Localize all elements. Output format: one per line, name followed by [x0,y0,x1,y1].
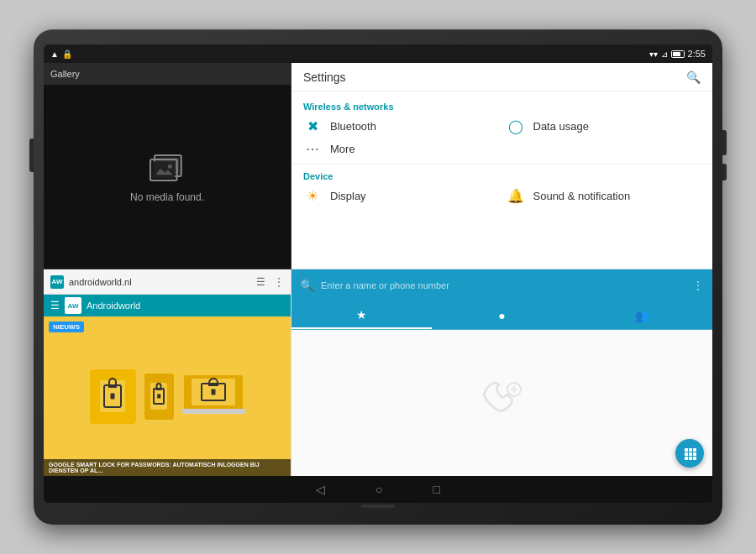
lock-icon: 🔒 [62,50,72,59]
no-media-text: No media found. [130,191,204,203]
bluetooth-icon: ✖ [303,118,322,134]
left-side-button [29,138,34,172]
people-icon: 👥 [635,309,649,322]
more-item[interactable]: ⋯ More [303,141,701,157]
device-tablet [90,369,136,424]
screen-content: Gallery [44,63,712,476]
settings-search-icon[interactable]: 🔍 [686,71,701,84]
svg-rect-13 [693,452,696,456]
device-laptop [182,375,245,417]
settings-panel[interactable]: Settings 🔍 Wireless & networks ✖ Bluetoo… [291,63,712,269]
device-section-header: Device [291,168,712,185]
nav-bar: ◁ ○ □ [44,476,712,503]
gallery-title-bar: Gallery [44,63,291,85]
contacts-search-icon: 🔍 [300,279,314,292]
status-bar-right: ▾▾ ⊿ 2:55 [649,49,706,59]
svg-rect-15 [689,457,692,460]
browser-nav-bar: ☰ AW Androidworld [44,295,291,316]
more-row[interactable]: ⋯ More [291,138,712,160]
data-usage-item[interactable]: ◯ Data usage [507,118,701,134]
status-bar: ▲ 🔒 ▾▾ ⊿ 2:55 [44,44,712,63]
fab-button[interactable] [675,439,704,468]
browser-content: NIEUWS [44,316,291,476]
more-label: More [330,143,355,155]
recents-button[interactable]: □ [433,483,440,496]
sound-item[interactable]: 🔔 Sound & notification [507,188,701,204]
display-label: Display [330,190,366,202]
laptop-base [182,409,245,414]
power-button[interactable] [722,164,727,180]
contacts-body [291,330,712,476]
home-hardware-button [361,504,395,508]
contacts-search-placeholder[interactable]: Enter a name or phone number [321,280,449,290]
laptop-screen [192,379,235,405]
status-bar-left: ▲ 🔒 [50,50,72,59]
device-items-row: ☀ Display 🔔 Sound & notification [291,185,712,207]
browser-site-name: Androidworld [87,301,140,311]
sound-label: Sound & notification [533,190,631,202]
browser-hamburger-icon[interactable]: ☰ [50,300,60,311]
back-button[interactable]: ◁ [316,483,325,496]
triangle-icon: ▲ [50,50,59,59]
browser-favicon: AW [50,275,64,289]
browser-devices [44,316,291,476]
data-usage-label: Data usage [533,120,590,133]
signal-icon: ⊿ [661,50,668,59]
wireless-items-row: ✖ Bluetooth ◯ Data usage [291,115,712,138]
bluetooth-item[interactable]: ✖ Bluetooth [303,118,498,134]
svg-point-4 [168,164,172,168]
browser-tabs-icon[interactable]: ☰ [256,276,265,288]
data-usage-icon: ◯ [507,118,525,134]
phone-lock [153,388,165,405]
settings-divider [291,164,712,165]
svg-rect-8 [685,448,688,452]
browser-logo: AW [65,297,81,314]
gallery-title: Gallery [50,69,80,79]
display-item[interactable]: ☀ Display [303,188,498,204]
tab-favorites[interactable]: ★ [291,301,432,329]
browser-url: androidworld.nl [69,277,251,287]
phone-screen [150,383,167,410]
svg-rect-11 [685,452,688,456]
tablet-bottom [44,503,712,510]
settings-body: Wireless & networks ✖ Bluetooth ◯ Data u… [291,91,712,269]
tab-contacts[interactable]: 👥 [572,301,712,329]
svg-rect-12 [689,452,692,456]
bluetooth-label: Bluetooth [330,120,376,133]
device-phone [144,374,174,420]
svg-rect-14 [685,457,688,460]
more-icon: ⋯ [303,141,322,157]
clock-icon: ● [498,309,505,322]
contacts-more-icon[interactable]: ⋮ [692,279,704,292]
contacts-search-bar: 🔍 Enter a name or phone number ⋮ [291,269,712,301]
laptop-lock [201,383,226,401]
time-display: 2:55 [688,49,706,59]
settings-title: Settings [303,71,346,84]
svg-rect-3 [153,161,176,178]
tablet: ▲ 🔒 ▾▾ ⊿ 2:55 Gallery [34,29,722,525]
gallery-image-icon [146,151,188,185]
contacts-tabs: ★ ● 👥 [291,301,712,330]
news-badge: NIEUWS [49,321,84,332]
lock-shape [103,384,122,408]
contacts-app[interactable]: 🔍 Enter a name or phone number ⋮ ★ ● 👥 [291,269,712,476]
browser-menu-icon[interactable]: ⋮ [274,276,284,288]
wifi-icon: ▾▾ [649,50,658,59]
volume-button[interactable] [722,130,727,155]
star-icon: ★ [356,308,367,321]
gallery-content: No media found. [44,85,291,269]
tab-recents[interactable]: ● [432,301,572,329]
svg-rect-16 [693,457,696,460]
battery-icon [671,50,685,59]
empty-call-icon [477,376,528,430]
home-button[interactable]: ○ [375,483,382,496]
browser-app[interactable]: AW androidworld.nl ☰ ⋮ ☰ AW Androidworld… [44,269,291,476]
device-screen [100,380,125,412]
settings-title-bar: Settings 🔍 [291,63,712,91]
browser-caption: GOOGLE SMART LOCK FOR PASSWORDS: AUTOMAT… [44,459,291,476]
gallery-app: Gallery [44,63,291,269]
svg-rect-9 [689,448,692,452]
svg-rect-10 [693,448,696,452]
wireless-section-header: Wireless & networks [291,98,712,115]
tablet-screen: ▲ 🔒 ▾▾ ⊿ 2:55 Gallery [44,44,712,503]
